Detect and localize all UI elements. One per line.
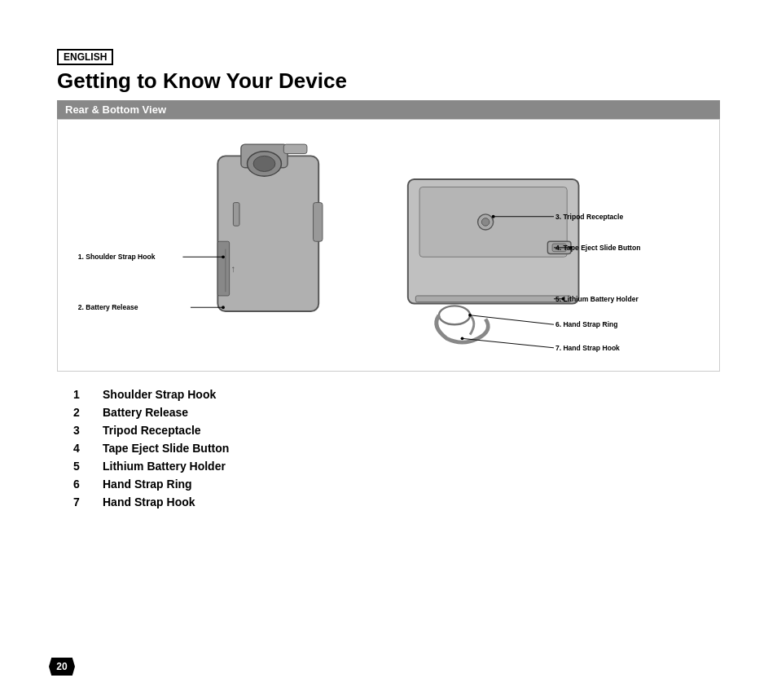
part-label: Hand Strap Hook xyxy=(103,495,195,508)
list-item: 2 Battery Release xyxy=(73,406,704,419)
svg-point-11 xyxy=(222,255,225,258)
list-item: 3 Tripod Receptacle xyxy=(73,424,704,437)
svg-text:1. Shoulder Strap Hook: 1. Shoulder Strap Hook xyxy=(78,253,156,261)
svg-rect-4 xyxy=(283,144,307,153)
svg-line-30 xyxy=(463,338,554,347)
svg-rect-20 xyxy=(415,296,571,302)
part-number: 7 xyxy=(73,495,90,508)
part-number: 5 xyxy=(73,460,90,473)
svg-point-3 xyxy=(253,156,275,171)
page-title: Getting to Know Your Device xyxy=(57,68,720,94)
svg-text:2. Battery Release: 2. Battery Release xyxy=(78,303,138,311)
part-number: 2 xyxy=(73,406,90,419)
svg-line-28 xyxy=(470,315,554,324)
svg-text:6. Hand Strap Ring: 6. Hand Strap Ring xyxy=(555,320,618,328)
svg-point-21 xyxy=(439,306,470,324)
part-label: Tripod Receptacle xyxy=(103,424,201,437)
svg-point-29 xyxy=(468,314,472,317)
list-item: 6 Hand Strap Ring xyxy=(73,478,704,491)
part-number: 6 xyxy=(73,478,90,491)
diagram-svg: ↑ xyxy=(74,136,703,354)
part-number: 3 xyxy=(73,424,90,437)
part-label: Lithium Battery Holder xyxy=(103,460,226,473)
part-number: 1 xyxy=(73,388,90,401)
part-label: Battery Release xyxy=(103,406,188,419)
svg-point-23 xyxy=(492,215,495,218)
language-badge: ENGLISH xyxy=(57,49,113,65)
list-item: 7 Hand Strap Hook xyxy=(73,495,704,508)
svg-rect-0 xyxy=(217,156,318,311)
part-label: Hand Strap Ring xyxy=(103,478,192,491)
list-item: 4 Tape Eject Slide Button xyxy=(73,442,704,455)
svg-rect-5 xyxy=(217,241,229,296)
svg-point-13 xyxy=(222,306,225,309)
list-item: 5 Lithium Battery Holder xyxy=(73,460,704,473)
svg-rect-9 xyxy=(314,203,323,242)
svg-text:4. Tape Eject Slide Button: 4. Tape Eject Slide Button xyxy=(555,244,641,252)
svg-point-17 xyxy=(481,218,489,227)
part-label: Tape Eject Slide Button xyxy=(103,442,229,455)
svg-text:5. Lithium Battery Holder: 5. Lithium Battery Holder xyxy=(555,295,639,303)
list-item: 1 Shoulder Strap Hook xyxy=(73,388,704,401)
diagram-container: ↑ xyxy=(57,119,720,372)
svg-point-31 xyxy=(461,337,464,340)
page-container: ENGLISH Getting to Know Your Device Rear… xyxy=(0,0,777,557)
section-header: Rear & Bottom View xyxy=(57,100,720,119)
part-label: Shoulder Strap Hook xyxy=(103,388,216,401)
svg-rect-7 xyxy=(233,203,239,227)
page-number-badge: 20 xyxy=(49,658,75,676)
svg-text:↑: ↑ xyxy=(231,264,236,274)
part-number: 4 xyxy=(73,442,90,455)
svg-text:7. Hand Strap Hook: 7. Hand Strap Hook xyxy=(555,344,620,352)
parts-list: 1 Shoulder Strap Hook 2 Battery Release … xyxy=(57,388,720,508)
svg-text:3. Tripod Receptacle: 3. Tripod Receptacle xyxy=(555,213,624,221)
